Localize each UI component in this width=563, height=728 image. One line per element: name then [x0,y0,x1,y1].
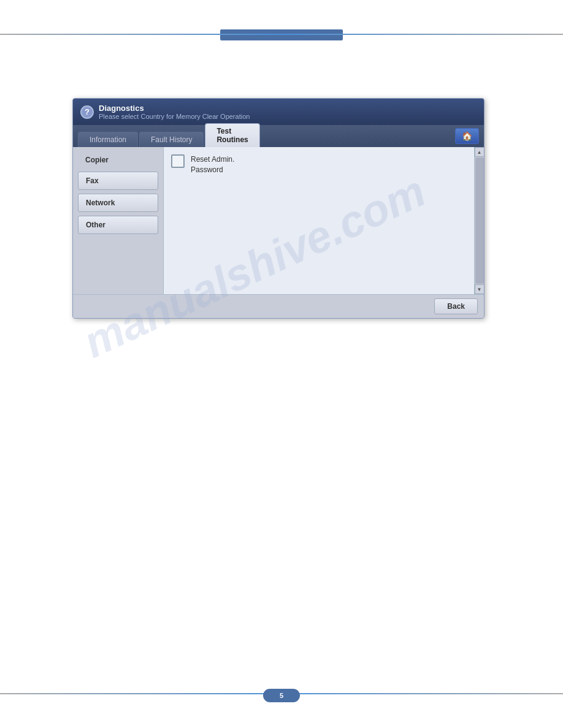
dialog-footer: Back [73,294,484,318]
dialog-title-main: Diagnostics [99,104,250,113]
tab-information[interactable]: Information [78,132,138,147]
left-panel-button-fax[interactable]: Fax [78,172,158,190]
tab-test-routines[interactable]: Test Routines [205,123,259,147]
dialog-titlebar: ? Diagnostics Please select Country for … [73,99,484,125]
left-panel-button-network[interactable]: Network [78,194,158,212]
left-panel-button-other[interactable]: Other [78,216,158,234]
reset-admin-password-checkbox[interactable] [171,154,185,168]
diagnostics-dialog: ? Diagnostics Please select Country for … [72,98,484,319]
left-panel-item-copier: Copier [78,152,158,168]
home-button[interactable]: 🏠 [455,128,479,144]
bottom-accent-bar: 5 [263,689,300,702]
right-panel: Reset Admin. Password ▲ ▼ [164,147,484,294]
tab-fault-history[interactable]: Fault History [139,132,204,147]
right-panel-content: Reset Admin. Password [164,147,484,294]
tab-bar: Information Fault History Test Routines … [73,125,484,147]
top-accent-bar [220,29,343,40]
scrollbar-down-arrow[interactable]: ▼ [475,284,484,294]
scrollbar-track: ▲ ▼ [474,147,484,294]
dialog-subtitle: Please select Country for Memory Clear O… [99,113,250,120]
top-divider-line [0,34,563,35]
scrollbar-thumb[interactable] [475,157,484,284]
scrollbar-up-arrow[interactable]: ▲ [475,147,484,157]
reset-admin-password-label: Reset Admin. Password [191,154,234,175]
dialog-body: Copier Fax Network Other Reset Admin. Pa… [73,147,484,294]
dialog-icon: ? [80,105,94,119]
left-panel: Copier Fax Network Other [73,147,164,294]
dialog-title-text: Diagnostics Please select Country for Me… [99,104,250,120]
back-button[interactable]: Back [434,298,478,314]
